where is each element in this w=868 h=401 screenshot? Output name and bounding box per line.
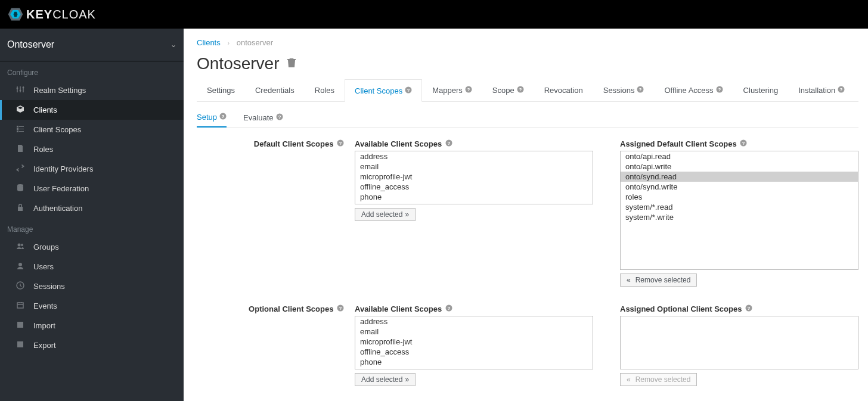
realm-name: Ontoserver <box>7 39 54 50</box>
scope-option[interactable]: email <box>355 161 593 172</box>
scope-option[interactable]: offline_access <box>355 182 593 192</box>
svg-text:?: ? <box>222 114 225 119</box>
scope-listbox[interactable]: onto/api.readonto/api.writeonto/synd.rea… <box>620 151 858 270</box>
breadcrumb: Clients › ontoserver <box>197 38 858 47</box>
sidebar-item-clients[interactable]: Clients <box>0 100 184 120</box>
help-icon[interactable]: ? <box>637 86 644 95</box>
tab-clustering[interactable]: Clustering <box>733 79 789 101</box>
scope-option[interactable]: onto/synd.write <box>621 182 858 192</box>
realm-selector[interactable]: Ontoserver ⌄ <box>0 29 184 61</box>
scope-option[interactable]: microprofile-jwt <box>355 172 593 182</box>
export-icon <box>16 340 25 350</box>
tab-sessions[interactable]: Sessions? <box>593 79 655 101</box>
help-icon[interactable]: ? <box>745 304 752 313</box>
scope-listbox[interactable]: addressemailmicroprofile-jwtoffline_acce… <box>355 316 593 369</box>
sidebar-item-users[interactable]: Users <box>0 257 184 276</box>
help-icon[interactable]: ? <box>337 139 344 148</box>
tab-revocation[interactable]: Revocation <box>534 79 593 101</box>
sidebar-item-label: Import <box>33 321 55 330</box>
sidebar-item-label: Events <box>33 301 57 310</box>
svg-point-8 <box>21 244 23 246</box>
scope-group-title: Assigned Default Client Scopes ? <box>620 139 858 148</box>
svg-text:?: ? <box>447 141 450 146</box>
sidebar-item-export[interactable]: Export <box>0 335 184 355</box>
breadcrumb-parent[interactable]: Clients <box>197 38 221 47</box>
scope-option[interactable]: phone <box>355 357 593 367</box>
sidebar-item-sessions[interactable]: Sessions <box>0 276 184 296</box>
scope-option[interactable]: roles <box>621 192 858 202</box>
tab-offline-access[interactable]: Offline Access? <box>654 79 733 101</box>
help-icon[interactable]: ? <box>716 86 723 95</box>
sidebar-item-realm-settings[interactable]: Realm Settings <box>0 80 184 100</box>
help-icon[interactable]: ? <box>219 113 227 122</box>
list-icon <box>16 125 25 135</box>
tab-installation[interactable]: Installation? <box>788 79 855 101</box>
help-icon[interactable]: ? <box>465 86 472 95</box>
tab-credentials[interactable]: Credentials <box>245 79 305 101</box>
subtab-setup[interactable]: Setup? <box>197 108 227 128</box>
scope-option[interactable]: address <box>355 151 593 161</box>
sidebar-item-events[interactable]: Events <box>0 296 184 316</box>
sidebar-item-identity-providers[interactable]: Identity Providers <box>0 159 184 179</box>
help-icon[interactable]: ? <box>276 113 283 122</box>
scope-option[interactable]: system/*.write <box>621 212 858 222</box>
scope-option[interactable]: address <box>355 316 593 327</box>
scope-group-title: Assigned Optional Client Scopes ? <box>620 304 858 313</box>
subtab-evaluate[interactable]: Evaluate? <box>243 108 283 127</box>
svg-text:?: ? <box>840 87 843 92</box>
sidebar-item-user-federation[interactable]: User Federation <box>0 179 184 198</box>
scope-option[interactable]: offline_access <box>355 347 593 357</box>
help-icon[interactable]: ? <box>445 139 452 148</box>
sidebar-item-import[interactable]: Import <box>0 316 184 335</box>
sidebar-item-roles[interactable]: Roles <box>0 139 184 159</box>
scope-option[interactable]: system/*.read <box>621 202 858 212</box>
add-selected-button[interactable]: Add selected <box>355 373 416 386</box>
tab-settings[interactable]: Settings <box>197 79 245 101</box>
tab-scope[interactable]: Scope? <box>482 79 534 101</box>
help-icon[interactable]: ? <box>517 86 524 95</box>
svg-text:?: ? <box>742 141 745 146</box>
cube-icon <box>16 105 25 115</box>
sidebar-item-authentication[interactable]: Authentication <box>0 198 184 218</box>
sidebar-section-label: Configure <box>0 61 184 80</box>
client-subtabs: Setup?Evaluate? <box>197 108 858 128</box>
svg-text:?: ? <box>748 306 751 311</box>
brand-logo[interactable]: KEYCLOAK <box>7 6 96 23</box>
scope-option[interactable]: microprofile-jwt <box>355 337 593 347</box>
scope-listbox[interactable] <box>620 316 858 369</box>
scope-option[interactable]: onto/api.read <box>621 151 858 161</box>
lock-icon <box>16 203 25 213</box>
svg-point-3 <box>17 88 18 89</box>
svg-rect-11 <box>17 303 23 308</box>
scope-option[interactable]: onto/synd.read <box>621 172 858 182</box>
remove-selected-button: Remove selected <box>620 373 697 386</box>
remove-selected-button[interactable]: Remove selected <box>620 273 697 287</box>
scope-option[interactable]: phone <box>355 192 593 202</box>
scope-group-title: Available Client Scopes ? <box>355 139 593 148</box>
help-icon[interactable]: ? <box>445 304 452 313</box>
svg-point-9 <box>18 263 22 266</box>
svg-text:?: ? <box>467 87 470 92</box>
brand-text: KEYCLOAK <box>26 8 96 21</box>
tab-client-scopes[interactable]: Client Scopes? <box>345 79 422 102</box>
sidebar-item-label: Realm Settings <box>33 86 86 95</box>
scope-listbox[interactable]: addressemailmicroprofile-jwtoffline_acce… <box>355 151 593 204</box>
users-icon <box>16 242 25 252</box>
help-icon[interactable]: ? <box>405 86 412 95</box>
help-icon[interactable]: ? <box>337 304 344 313</box>
add-selected-button[interactable]: Add selected <box>355 208 416 221</box>
scope-option[interactable]: onto/api.write <box>621 161 858 172</box>
sidebar-item-label: Export <box>33 341 56 350</box>
svg-text:?: ? <box>339 141 342 146</box>
scope-option[interactable]: email <box>355 327 593 337</box>
exchange-icon <box>16 164 25 174</box>
trash-icon[interactable] <box>287 57 296 71</box>
sidebar-item-client-scopes[interactable]: Client Scopes <box>0 120 184 139</box>
tab-mappers[interactable]: Mappers? <box>422 79 482 101</box>
svg-text:?: ? <box>339 306 342 311</box>
sidebar-item-groups[interactable]: Groups <box>0 237 184 257</box>
tab-roles[interactable]: Roles <box>305 79 345 101</box>
svg-text:?: ? <box>447 306 450 311</box>
help-icon[interactable]: ? <box>740 139 747 148</box>
help-icon[interactable]: ? <box>838 86 845 95</box>
